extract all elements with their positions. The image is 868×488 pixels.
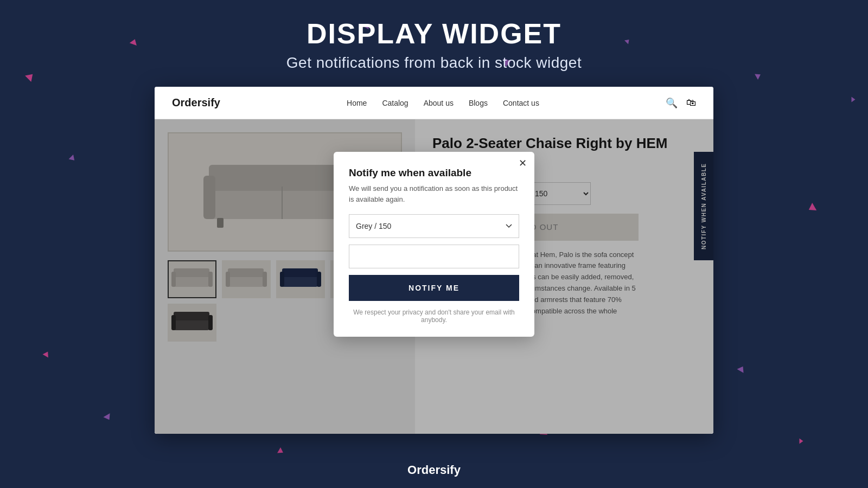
confetti-piece bbox=[69, 155, 77, 163]
store-nav-icons: 🔍 🛍 bbox=[666, 97, 696, 109]
confetti-piece bbox=[800, 439, 803, 444]
nav-link-home[interactable]: Home bbox=[347, 99, 367, 107]
cart-icon[interactable]: 🛍 bbox=[686, 97, 696, 108]
modal-notify-button[interactable]: NOTIFY ME bbox=[349, 275, 519, 301]
page-title: DISPLAY WIDGET bbox=[0, 17, 868, 50]
store-nav-links: Home Catalog About us Blogs Contact us bbox=[347, 99, 539, 107]
confetti-piece bbox=[807, 203, 816, 214]
modal-description: We will send you a notification as soon … bbox=[349, 183, 519, 204]
modal-title: Notify me when available bbox=[349, 167, 519, 179]
modal-variant-select[interactable]: Grey / 150 bbox=[349, 214, 519, 238]
modal-box: ✕ Notify me when available We will send … bbox=[334, 152, 534, 337]
confetti-piece bbox=[852, 97, 856, 102]
confetti-piece bbox=[103, 413, 112, 422]
nav-link-catalog[interactable]: Catalog bbox=[382, 99, 408, 107]
page-footer: Ordersify bbox=[0, 463, 868, 477]
store-navbar: Ordersify Home Catalog About us Blogs Co… bbox=[155, 87, 713, 119]
nav-link-about[interactable]: About us bbox=[424, 99, 454, 107]
confetti-piece bbox=[277, 447, 285, 455]
modal-email-input[interactable] bbox=[349, 245, 519, 268]
browser-window: Ordersify Home Catalog About us Blogs Co… bbox=[155, 87, 713, 434]
header-area: DISPLAY WIDGET Get notifications from ba… bbox=[0, 0, 868, 87]
page-subtitle: Get notifications from back in stock wid… bbox=[0, 54, 868, 72]
nav-link-contact[interactable]: Contact us bbox=[503, 99, 539, 107]
product-page: Palo 2-Seater Chaise Right by HEM Design… bbox=[155, 119, 713, 434]
modal-privacy-text: We respect your privacy and don't share … bbox=[349, 309, 519, 324]
store-logo: Ordersify bbox=[172, 97, 220, 109]
footer-brand: Ordersify bbox=[407, 463, 461, 477]
modal-close-button[interactable]: ✕ bbox=[519, 158, 527, 168]
nav-link-blogs[interactable]: Blogs bbox=[469, 99, 488, 107]
confetti-piece bbox=[737, 364, 746, 373]
confetti-piece bbox=[43, 350, 51, 358]
search-icon[interactable]: 🔍 bbox=[666, 97, 678, 109]
modal-overlay: ✕ Notify me when available We will send … bbox=[155, 119, 713, 434]
